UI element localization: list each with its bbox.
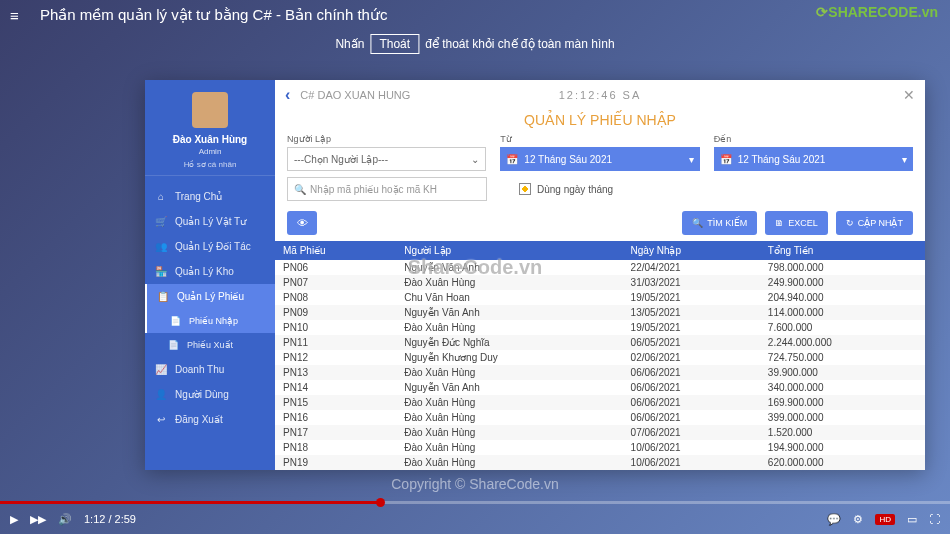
next-icon[interactable]: ▶▶ bbox=[30, 513, 46, 526]
cell: 06/06/2021 bbox=[623, 365, 760, 380]
cell: Nguyễn Đức Nghĩa bbox=[396, 335, 622, 350]
nav-icon: 🏪 bbox=[155, 266, 167, 277]
grid[interactable]: Mã PhiếuNgười LậpNgày NhậpTổng Tiền PN06… bbox=[275, 241, 925, 470]
cell: Đào Xuân Hùng bbox=[396, 455, 622, 470]
menu-icon[interactable]: ≡ bbox=[10, 7, 30, 24]
cell: 620.000.000 bbox=[760, 455, 925, 470]
app-window: Đào Xuân Hùng Admin Hồ sơ cá nhân ⌂Trang… bbox=[145, 80, 925, 470]
search-icon: 🔍 bbox=[692, 218, 703, 228]
table-row[interactable]: PN06Nguyễn Văn Anh22/04/2021798.000.000 bbox=[275, 260, 925, 275]
breadcrumb: C# DAO XUAN HUNG bbox=[300, 89, 410, 101]
hd-badge: HD bbox=[875, 514, 895, 525]
time-display: 1:12 / 2:59 bbox=[84, 513, 136, 525]
cell: 19/05/2021 bbox=[623, 290, 760, 305]
sidebar-item-4[interactable]: 📋Quản Lý Phiếu bbox=[145, 284, 275, 309]
column-header[interactable]: Tổng Tiền bbox=[760, 241, 925, 260]
table-row[interactable]: PN09Nguyễn Văn Anh13/05/2021114.000.000 bbox=[275, 305, 925, 320]
cell: 07/06/2021 bbox=[623, 425, 760, 440]
table-row[interactable]: PN07Đào Xuân Hùng31/03/2021249.900.000 bbox=[275, 275, 925, 290]
sidebar-item-7[interactable]: 📈Doanh Thu bbox=[145, 357, 275, 382]
nav-icon: ⌂ bbox=[155, 191, 167, 202]
exit-fullscreen-hint: Nhấn Thoát để thoát khỏi chế độ toàn màn… bbox=[335, 34, 614, 54]
table-row[interactable]: PN19Đào Xuân Hùng10/06/2021620.000.000 bbox=[275, 455, 925, 470]
search-button[interactable]: 🔍 TÌM KIẾM bbox=[682, 211, 757, 235]
table-row[interactable]: PN08Chu Văn Hoan19/05/2021204.940.000 bbox=[275, 290, 925, 305]
video-title: Phần mềm quản lý vật tư bằng C# - Bản ch… bbox=[40, 6, 387, 24]
cell: 06/06/2021 bbox=[623, 380, 760, 395]
cell: PN14 bbox=[275, 380, 396, 395]
table-row[interactable]: PN16Đào Xuân Hùng06/06/2021399.000.000 bbox=[275, 410, 925, 425]
cell: 19/05/2021 bbox=[623, 320, 760, 335]
table-row[interactable]: PN17Đào Xuân Hùng07/06/20211.520.000 bbox=[275, 425, 925, 440]
page-title: QUẢN LÝ PHIẾU NHẬP bbox=[275, 110, 925, 134]
sidebar-item-8[interactable]: 👤Người Dùng bbox=[145, 382, 275, 407]
profile-link[interactable]: Hồ sơ cá nhân bbox=[145, 160, 275, 176]
sidebar-item-2[interactable]: 👥Quản Lý Đối Tác bbox=[145, 234, 275, 259]
creator-select[interactable]: ---Chọn Người Lập--- ⌄ bbox=[287, 147, 486, 171]
creator-label: Người Lập bbox=[287, 134, 486, 144]
to-date[interactable]: 📅 12 Tháng Sáu 2021 ▾ bbox=[714, 147, 913, 171]
nav-label: Trang Chủ bbox=[175, 191, 222, 202]
sidebar-item-5[interactable]: 📄Phiếu Nhập bbox=[145, 309, 275, 333]
nav-icon: 📄 bbox=[167, 340, 179, 350]
cell: 06/05/2021 bbox=[623, 335, 760, 350]
table-row[interactable]: PN12Nguyễn Khương Duy02/06/2021724.750.0… bbox=[275, 350, 925, 365]
sidebar-item-3[interactable]: 🏪Quản Lý Kho bbox=[145, 259, 275, 284]
settings-icon[interactable]: ⚙ bbox=[853, 513, 863, 526]
nav-icon: 📋 bbox=[157, 291, 169, 302]
cell: PN12 bbox=[275, 350, 396, 365]
sidebar-item-0[interactable]: ⌂Trang Chủ bbox=[145, 184, 275, 209]
chevron-down-icon: ⌄ bbox=[471, 154, 479, 165]
cell: Đào Xuân Hùng bbox=[396, 425, 622, 440]
play-icon[interactable]: ▶ bbox=[10, 513, 18, 526]
cell: Đào Xuân Hùng bbox=[396, 440, 622, 455]
refresh-button[interactable]: ↻ CẬP NHẬT bbox=[836, 211, 913, 235]
cell: PN09 bbox=[275, 305, 396, 320]
column-header[interactable]: Ngày Nhập bbox=[623, 241, 760, 260]
cell: 06/06/2021 bbox=[623, 410, 760, 425]
cell: PN15 bbox=[275, 395, 396, 410]
column-header[interactable]: Mã Phiếu bbox=[275, 241, 396, 260]
eye-icon: 👁 bbox=[297, 217, 308, 229]
from-date[interactable]: 📅 12 Tháng Sáu 2021 ▾ bbox=[500, 147, 699, 171]
search-input[interactable]: 🔍 Nhập mã phiếu hoặc mã KH bbox=[287, 177, 487, 201]
main-panel: ‹ C# DAO XUAN HUNG 12:12:46 SA ✕ QUẢN LÝ… bbox=[275, 80, 925, 470]
sidebar-item-9[interactable]: ↩Đăng Xuất bbox=[145, 407, 275, 432]
table-row[interactable]: PN18Đào Xuân Hùng10/06/2021194.900.000 bbox=[275, 440, 925, 455]
table-row[interactable]: PN14Nguyễn Văn Anh06/06/2021340.000.000 bbox=[275, 380, 925, 395]
close-icon[interactable]: ✕ bbox=[903, 87, 915, 103]
cell: 724.750.000 bbox=[760, 350, 925, 365]
table-row[interactable]: PN10Đào Xuân Hùng19/05/20217.600.000 bbox=[275, 320, 925, 335]
action-row: 👁 🔍 TÌM KIẾM 🗎 EXCEL ↻ CẬP NHẬT bbox=[275, 207, 925, 241]
view-button[interactable]: 👁 bbox=[287, 211, 317, 235]
cell: 39.900.000 bbox=[760, 365, 925, 380]
window-titlebar: ‹ C# DAO XUAN HUNG 12:12:46 SA ✕ bbox=[275, 80, 925, 110]
sidebar-item-1[interactable]: 🛒Quản Lý Vật Tư bbox=[145, 209, 275, 234]
use-date-checkbox[interactable]: Dùng ngày tháng bbox=[519, 183, 613, 195]
miniplayer-icon[interactable]: ▭ bbox=[907, 513, 917, 526]
nav: ⌂Trang Chủ🛒Quản Lý Vật Tư👥Quản Lý Đối Tá… bbox=[145, 184, 275, 470]
table-row[interactable]: PN15Đào Xuân Hùng06/06/2021169.900.000 bbox=[275, 395, 925, 410]
cell: Đào Xuân Hùng bbox=[396, 410, 622, 425]
excel-button[interactable]: 🗎 EXCEL bbox=[765, 211, 828, 235]
volume-icon[interactable]: 🔊 bbox=[58, 513, 72, 526]
cell: 194.900.000 bbox=[760, 440, 925, 455]
fullscreen-icon[interactable]: ⛶ bbox=[929, 513, 940, 525]
cell: 02/06/2021 bbox=[623, 350, 760, 365]
cell: PN13 bbox=[275, 365, 396, 380]
sidebar: Đào Xuân Hùng Admin Hồ sơ cá nhân ⌂Trang… bbox=[145, 80, 275, 470]
back-icon[interactable]: ‹ bbox=[285, 86, 290, 104]
cell: PN19 bbox=[275, 455, 396, 470]
from-label: Từ bbox=[500, 134, 699, 144]
exit-keycap: Thoát bbox=[370, 34, 419, 54]
captions-icon[interactable]: 💬 bbox=[827, 513, 841, 526]
table-row[interactable]: PN11Nguyễn Đức Nghĩa06/05/20212.244.000.… bbox=[275, 335, 925, 350]
column-header[interactable]: Người Lập bbox=[396, 241, 622, 260]
cell: 114.000.000 bbox=[760, 305, 925, 320]
checkbox-icon bbox=[519, 183, 531, 195]
nav-icon: ↩ bbox=[155, 414, 167, 425]
sidebar-item-6[interactable]: 📄Phiếu Xuất bbox=[145, 333, 275, 357]
table-row[interactable]: PN13Đào Xuân Hùng06/06/202139.900.000 bbox=[275, 365, 925, 380]
cell: 798.000.000 bbox=[760, 260, 925, 275]
nav-icon: 📈 bbox=[155, 364, 167, 375]
